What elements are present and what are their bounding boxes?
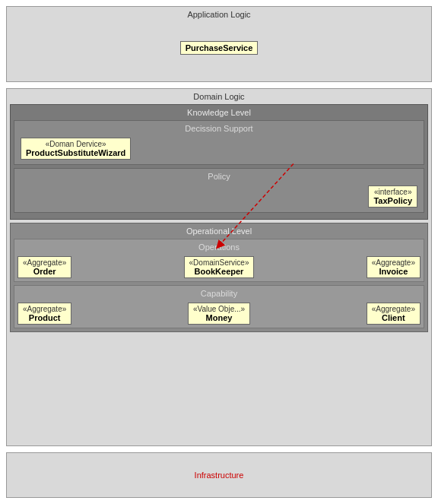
knowledge-level-box: Knowledge Level Decission Support «Doman… <box>10 104 428 220</box>
operational-level-box: Operational Level Operations «Aggregate»… <box>10 223 428 332</box>
capability-label: Capability <box>201 289 237 298</box>
client-stereotype: «Aggregate» <box>372 305 415 313</box>
policy-box: Policy «interface» TaxPolicy <box>14 168 424 213</box>
operations-box: Operations «Aggregate» Order «DomainServ… <box>14 239 424 282</box>
bookkeeper-name: BookKeeper <box>189 267 249 276</box>
domain-logic-label: Domain Logic <box>10 92 428 101</box>
order-stereotype: «Aggregate» <box>23 258 66 267</box>
policy-label: Policy <box>208 172 230 181</box>
app-logic-label: Application Logic <box>10 10 428 19</box>
decision-support-label: Decission Support <box>17 124 421 133</box>
order-name: Order <box>23 267 66 276</box>
knowledge-level-label: Knowledge Level <box>14 108 424 117</box>
money-stereotype: «Value Obje...» <box>193 305 245 313</box>
order-box: «Aggregate» Order <box>17 256 71 278</box>
money-name: Money <box>193 313 245 322</box>
infrastructure-label: Infrastructure <box>195 471 244 480</box>
invoice-box: «Aggreagte» Invoice <box>367 256 421 278</box>
product-substitute-wizard-name: ProductSubstituteWizard <box>26 148 125 157</box>
client-name: Client <box>372 313 415 322</box>
bookkeeper-box: «DomainService» BookKeeper <box>184 256 255 278</box>
invoice-name: Invoice <box>372 267 415 276</box>
product-substitute-wizard-box: «Doman Dervice» ProductSubstituteWizard <box>21 138 131 160</box>
capability-box: Capability «Aggregate» Product «Value Ob… <box>14 285 424 328</box>
tax-policy-name: TaxPolicy <box>373 196 412 205</box>
operational-level-label: Operational Level <box>14 227 424 236</box>
product-box: «Aggregate» Product <box>17 303 71 325</box>
app-logic-layer: Application Logic PurchaseService <box>6 6 432 82</box>
purchase-service-box: PurchaseService <box>180 41 259 55</box>
tax-policy-box: «interface» TaxPolicy <box>368 185 417 208</box>
product-stereotype: «Aggregate» <box>23 305 66 313</box>
product-name: Product <box>23 313 66 322</box>
infrastructure-layer: Infrastructure <box>6 452 432 498</box>
operations-label: Operations <box>198 242 240 252</box>
decision-support-box: Decission Support «Doman Dervice» Produc… <box>14 120 424 165</box>
tax-policy-stereotype: «interface» <box>373 188 412 196</box>
money-box: «Value Obje...» Money <box>188 303 250 325</box>
invoice-stereotype: «Aggreagte» <box>372 258 415 267</box>
operations-items: «Aggregate» Order «DomainService» BookKe… <box>17 256 421 278</box>
purchase-service-name: PurchaseService <box>186 43 253 52</box>
client-box: «Aggregate» Client <box>367 303 421 325</box>
capability-items: «Aggregate» Product «Value Obje...» Mone… <box>17 303 421 325</box>
bookkeeper-stereotype: «DomainService» <box>189 258 249 267</box>
domain-logic-layer: Domain Logic Knowledge Level Decission S… <box>6 88 432 446</box>
product-substitute-wizard-stereotype: «Doman Dervice» <box>26 140 125 148</box>
